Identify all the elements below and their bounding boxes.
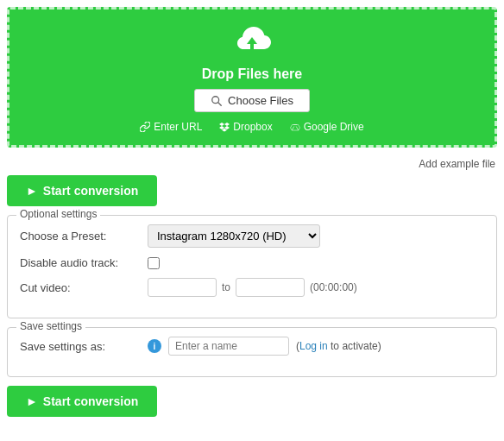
save-settings-legend: Save settings bbox=[16, 320, 85, 332]
search-icon bbox=[211, 95, 223, 107]
cut-start-input[interactable] bbox=[148, 278, 217, 297]
preset-select[interactable]: Instagram 1280x720 (HD) bbox=[148, 224, 320, 248]
save-settings-section: Save settings Save settings as: i (Log i… bbox=[7, 327, 497, 377]
google-drive-link[interactable]: Google Drive bbox=[290, 121, 364, 133]
drop-zone[interactable]: Drop Files here Choose Files Enter URL D… bbox=[7, 7, 497, 148]
cut-to-label: to bbox=[222, 281, 230, 293]
activate-text: (Log in to activate) bbox=[296, 340, 381, 352]
info-icon[interactable]: i bbox=[148, 339, 161, 353]
drop-files-text: Drop Files here bbox=[202, 66, 302, 82]
start-arrow-icon-bottom: ► bbox=[26, 394, 38, 408]
link-icon bbox=[140, 122, 150, 132]
save-as-row: Save settings as: i (Log in to activate) bbox=[20, 337, 484, 356]
optional-settings-section: Optional settings Choose a Preset: Insta… bbox=[7, 215, 497, 318]
choose-files-label: Choose Files bbox=[228, 94, 293, 107]
dropbox-icon bbox=[219, 122, 230, 132]
disable-audio-label: Disable audio track: bbox=[20, 256, 141, 269]
header-row: Add example file bbox=[0, 154, 504, 172]
dropbox-label: Dropbox bbox=[233, 121, 272, 133]
log-in-link[interactable]: Log in bbox=[299, 340, 328, 352]
cloud-upload-icon bbox=[230, 25, 274, 61]
google-drive-icon bbox=[290, 122, 300, 132]
save-as-label: Save settings as: bbox=[20, 340, 141, 353]
google-drive-label: Google Drive bbox=[304, 121, 364, 133]
dropbox-link[interactable]: Dropbox bbox=[219, 121, 272, 133]
cut-duration-label: (00:00:00) bbox=[310, 281, 357, 293]
disable-audio-checkbox[interactable] bbox=[148, 257, 160, 269]
svg-line-2 bbox=[218, 102, 222, 105]
preset-label: Choose a Preset: bbox=[20, 230, 141, 243]
save-name-input[interactable] bbox=[168, 337, 289, 356]
add-example-link[interactable]: Add example file bbox=[419, 158, 495, 170]
choose-files-button[interactable]: Choose Files bbox=[194, 89, 310, 112]
cut-video-label: Cut video: bbox=[20, 281, 141, 294]
enter-url-label: Enter URL bbox=[154, 121, 202, 133]
optional-settings-legend: Optional settings bbox=[16, 208, 100, 220]
enter-url-link[interactable]: Enter URL bbox=[140, 121, 202, 133]
start-conversion-button-bottom[interactable]: ► Start conversion bbox=[7, 386, 157, 417]
start-btn-bottom-label: Start conversion bbox=[43, 394, 138, 408]
source-links: Enter URL Dropbox Google Drive bbox=[140, 121, 363, 133]
start-arrow-icon: ► bbox=[26, 184, 38, 198]
cut-end-input[interactable] bbox=[236, 278, 305, 297]
preset-row: Choose a Preset: Instagram 1280x720 (HD) bbox=[20, 224, 484, 248]
start-btn-top-label: Start conversion bbox=[43, 184, 138, 198]
cut-video-row: Cut video: to (00:00:00) bbox=[20, 278, 484, 297]
cut-video-inputs: to (00:00:00) bbox=[148, 278, 357, 297]
disable-audio-row: Disable audio track: bbox=[20, 256, 484, 269]
start-conversion-button-top[interactable]: ► Start conversion bbox=[7, 175, 157, 206]
